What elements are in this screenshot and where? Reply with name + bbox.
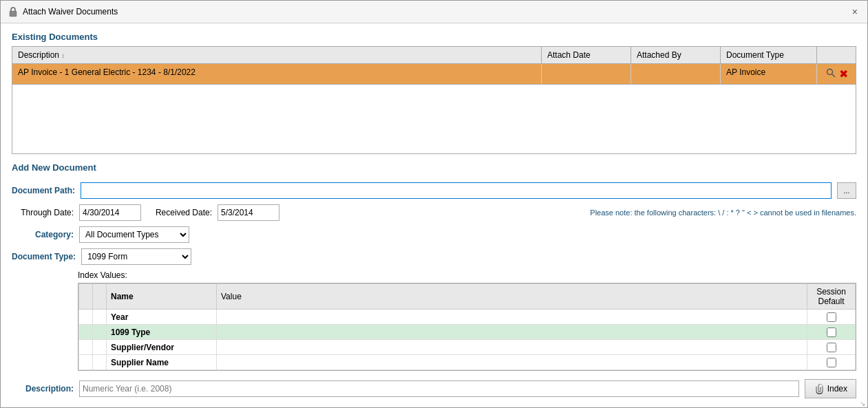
note-text: Please note: the following characters: \… — [590, 208, 856, 217]
row-icon2 — [93, 340, 107, 355]
row-session — [807, 310, 856, 325]
title-bar-left: Attach Waiver Documents — [8, 6, 118, 17]
row-icon1 — [79, 325, 93, 340]
row-value[interactable] — [217, 310, 807, 325]
search-document-button[interactable] — [825, 67, 836, 80]
row-icon1 — [79, 355, 93, 370]
row-icon2 — [93, 310, 107, 325]
year-value-input[interactable] — [221, 312, 803, 322]
col-icon2 — [93, 284, 107, 310]
add-new-document-section: Add New Document Document Path: ... Thro… — [12, 162, 856, 398]
close-button[interactable]: × — [849, 5, 860, 19]
main-content: Existing Documents Description ↕ Attach … — [1, 23, 867, 407]
date-row: Through Date: Received Date: Please note… — [12, 204, 856, 221]
row-session — [807, 325, 856, 340]
resize-handle[interactable]: ↘ — [860, 400, 867, 407]
search-icon — [825, 67, 836, 78]
index-table-wrapper: Name Value Session Default Year — [78, 283, 856, 371]
index-row: 1099 Type — [79, 325, 856, 340]
category-label: Category: — [12, 230, 74, 239]
main-window: Attach Waiver Documents × Existing Docum… — [0, 0, 868, 408]
paperclip-icon — [814, 383, 825, 394]
document-path-input[interactable] — [81, 182, 832, 199]
lock-icon — [8, 6, 19, 17]
index-values-section: Index Values: Name Value Session Default — [78, 270, 856, 371]
row-icon2 — [93, 325, 107, 340]
col-attach-date: Attach Date — [542, 47, 631, 63]
add-new-title: Add New Document — [12, 162, 856, 173]
row-document-type: AP Invoice — [721, 64, 817, 84]
sort-icon: ↕ — [61, 52, 65, 59]
row-icon1 — [79, 340, 93, 355]
supplier-session-checkbox[interactable] — [827, 343, 836, 352]
through-date-label: Through Date: — [12, 208, 74, 217]
bottom-row: Description: Index — [12, 379, 856, 398]
received-date-input[interactable] — [218, 204, 279, 221]
delete-document-button[interactable]: ✖ — [839, 67, 848, 80]
svg-point-1 — [827, 69, 832, 75]
index-table-header-row: Name Value Session Default — [79, 284, 856, 310]
existing-docs-title: Existing Documents — [12, 32, 856, 42]
year-session-checkbox[interactable] — [827, 312, 836, 322]
row-description: AP Invoice - 1 General Electric - 1234 -… — [12, 64, 542, 84]
row-attach-date — [542, 64, 631, 84]
svg-rect-0 — [10, 11, 17, 17]
index-row: Year — [79, 310, 856, 325]
window-title: Attach Waiver Documents — [23, 7, 118, 17]
row-name: Supplier/Vendor — [107, 340, 217, 355]
existing-docs-table-wrapper: Description ↕ Attach Date Attached By Do… — [12, 46, 856, 154]
category-row: Category: All Document Types Invoice Con… — [12, 226, 856, 243]
1099type-session-checkbox[interactable] — [827, 328, 836, 337]
col-value: Value — [217, 284, 807, 310]
document-type-label: Document Type: — [12, 252, 76, 261]
row-actions: ✖ — [817, 64, 856, 84]
index-button-label: Index — [827, 384, 847, 394]
document-type-dropdown[interactable]: 1099 Form AP Invoice Contract Other — [81, 248, 191, 265]
index-button[interactable]: Index — [805, 379, 856, 398]
col-name: Name — [107, 284, 217, 310]
1099type-value-input[interactable] — [221, 328, 803, 337]
col-actions — [817, 47, 856, 63]
index-table: Name Value Session Default Year — [78, 283, 856, 370]
suppliername-session-checkbox[interactable] — [827, 358, 836, 367]
through-date-input[interactable] — [79, 204, 141, 221]
row-session — [807, 340, 856, 355]
document-type-row: Document Type: 1099 Form AP Invoice Cont… — [12, 248, 856, 265]
col-icon1 — [79, 284, 93, 310]
title-bar: Attach Waiver Documents × — [1, 1, 867, 23]
description-input[interactable] — [79, 380, 799, 397]
supplier-value-input[interactable] — [221, 343, 803, 352]
col-session-default: Session Default — [807, 284, 856, 310]
row-value[interactable] — [217, 355, 807, 370]
received-date-label: Received Date: — [147, 208, 212, 217]
empty-rows-area — [12, 85, 856, 153]
row-name: 1099 Type — [107, 325, 217, 340]
table-row[interactable]: AP Invoice - 1 General Electric - 1234 -… — [12, 64, 856, 85]
row-value[interactable] — [217, 325, 807, 340]
index-row: Supplier/Vendor — [79, 340, 856, 355]
row-attached-by — [631, 64, 721, 84]
document-path-label: Document Path: — [12, 186, 75, 195]
category-dropdown[interactable]: All Document Types Invoice Contract Othe… — [79, 226, 189, 243]
col-description: Description ↕ — [12, 47, 542, 63]
index-row: Supplier Name — [79, 355, 856, 370]
existing-documents-section: Existing Documents Description ↕ Attach … — [12, 32, 856, 154]
svg-line-2 — [832, 74, 835, 78]
col-attached-by: Attached By — [631, 47, 721, 63]
row-name: Supplier Name — [107, 355, 217, 370]
docs-table-header: Description ↕ Attach Date Attached By Do… — [12, 47, 856, 64]
row-icon2 — [93, 355, 107, 370]
row-name: Year — [107, 310, 217, 325]
col-document-type: Document Type — [721, 47, 817, 63]
row-session — [807, 355, 856, 370]
index-values-label: Index Values: — [78, 270, 856, 280]
description-label: Description: — [12, 384, 74, 394]
document-path-row: Document Path: ... — [12, 182, 856, 199]
browse-button[interactable]: ... — [837, 182, 856, 199]
suppliername-value-input[interactable] — [221, 358, 803, 367]
row-icon1 — [79, 310, 93, 325]
row-value[interactable] — [217, 340, 807, 355]
